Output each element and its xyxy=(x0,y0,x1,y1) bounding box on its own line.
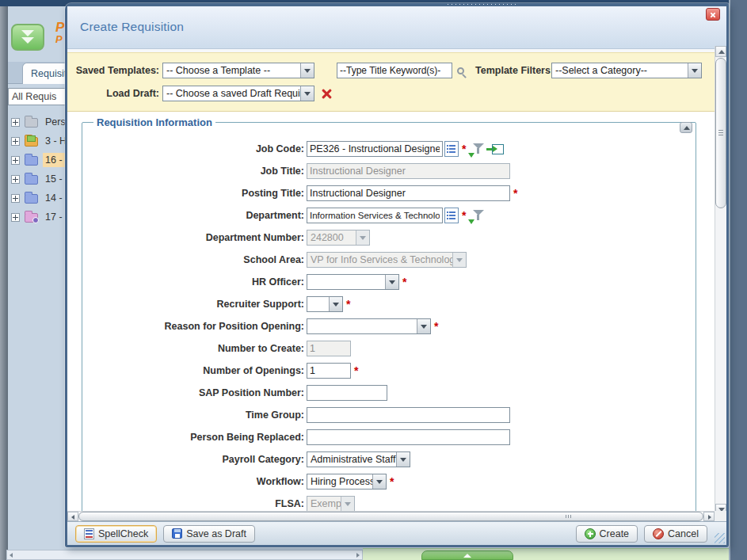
template-filters-select[interactable]: --Select a Category-- xyxy=(551,63,702,78)
requisition-information-section: Requisition Information Job Code: * Job … xyxy=(82,116,696,511)
posting-title-input[interactable] xyxy=(307,185,510,201)
chevron-down-icon[interactable] xyxy=(300,86,314,101)
chevron-down-icon[interactable] xyxy=(300,63,314,78)
number-to-create-input xyxy=(307,341,351,356)
background-left-edge xyxy=(0,6,8,560)
form-horizontal-scrollbar[interactable] xyxy=(67,511,715,521)
field-row: Workflow: Hiring Process * xyxy=(90,474,688,490)
lookup-list-icon[interactable] xyxy=(444,208,459,223)
horizontal-scroll-thumb[interactable] xyxy=(78,512,703,521)
field-row: FLSA: Exempt xyxy=(90,496,688,511)
background-horizontal-scrollbar[interactable] xyxy=(6,550,363,560)
required-marker: * xyxy=(354,365,358,376)
lookup-list-icon[interactable] xyxy=(444,141,459,157)
resize-handle[interactable] xyxy=(715,533,725,543)
dialog-vertical-scrollbar[interactable] xyxy=(715,46,726,515)
required-marker: * xyxy=(462,210,466,221)
expand-plus-icon[interactable] xyxy=(11,156,20,165)
chevron-down-icon xyxy=(356,230,369,245)
expand-plus-icon[interactable] xyxy=(11,194,20,203)
expand-plus-icon[interactable] xyxy=(11,118,20,127)
job-code-input[interactable] xyxy=(307,141,443,157)
field-row: Payroll Category: Administrative Staff xyxy=(90,451,688,467)
chevron-down-icon[interactable] xyxy=(417,319,430,333)
form-scroll-area: Requisition Information Job Code: * Job … xyxy=(67,112,715,511)
expand-bottom-panel-handle[interactable] xyxy=(421,550,513,560)
payroll-category-select[interactable]: Administrative Staff xyxy=(307,451,410,467)
app-logo: P P xyxy=(55,21,64,44)
requisition-filter-select[interactable]: All Requis xyxy=(8,88,71,105)
collapse-section-icon[interactable] xyxy=(680,122,692,133)
scrollbar-corner xyxy=(715,511,726,521)
reason-for-opening-select[interactable] xyxy=(307,318,431,334)
chevron-down-icon[interactable] xyxy=(372,474,386,489)
field-row: Time Group: xyxy=(90,407,688,423)
saved-templates-label: Saved Templates: xyxy=(67,65,162,76)
field-row: Reason for Position Opening: * xyxy=(90,318,688,334)
close-icon[interactable] xyxy=(706,8,720,21)
title-keyword-input[interactable] xyxy=(337,63,452,78)
create-requisition-dialog: Create Requisition Saved Templates: -- C… xyxy=(65,3,729,547)
folder-icon xyxy=(25,156,38,166)
spellcheck-icon xyxy=(84,528,94,539)
load-draft-label: Load Draft: xyxy=(67,88,162,99)
department-number-select: 242800 xyxy=(307,230,370,246)
sap-position-number-input[interactable] xyxy=(307,385,387,401)
recruiter-support-select[interactable] xyxy=(307,296,343,312)
create-button[interactable]: Create xyxy=(576,525,638,543)
number-of-openings-input[interactable] xyxy=(307,363,351,379)
department-input[interactable] xyxy=(307,208,443,223)
field-row: School Area: VP for Info Services & Tech… xyxy=(90,252,688,268)
field-row: Number to Create: xyxy=(90,341,688,356)
required-marker: * xyxy=(402,276,406,288)
filter-funnel-icon[interactable] xyxy=(471,209,485,223)
template-filters-label: Template Filters: xyxy=(475,65,551,76)
scroll-up-icon[interactable] xyxy=(715,46,726,57)
saved-templates-select[interactable]: -- Choose a Template -- xyxy=(162,63,314,78)
expand-plus-icon[interactable] xyxy=(11,213,20,222)
time-group-input[interactable] xyxy=(307,407,510,423)
vertical-scroll-thumb[interactable] xyxy=(715,58,726,208)
tab-requisitions[interactable]: Requisiti xyxy=(22,63,71,84)
cancel-button[interactable]: Cancel xyxy=(644,525,707,543)
tree-item[interactable]: 17 - xyxy=(11,209,71,225)
filter-funnel-icon[interactable] xyxy=(471,143,485,156)
field-row: Posting Title: * xyxy=(90,185,688,201)
clear-draft-icon[interactable] xyxy=(321,88,333,100)
folder-icon xyxy=(25,213,38,223)
search-icon[interactable] xyxy=(457,67,464,74)
required-marker: * xyxy=(462,143,466,154)
school-area-select: VP for Info Services & Technology xyxy=(307,252,467,268)
person-being-replaced-input[interactable] xyxy=(307,429,510,445)
green-down-arrow-icon xyxy=(468,219,474,224)
chevron-down-icon[interactable] xyxy=(688,63,701,78)
scroll-left-icon[interactable] xyxy=(67,512,78,521)
chevron-down-icon[interactable] xyxy=(385,275,398,289)
tree-item[interactable]: 3 - H xyxy=(11,133,71,149)
dialog-footer: SpellCheck Save as Draft Create Cancel xyxy=(67,521,726,545)
expand-plus-icon[interactable] xyxy=(11,137,20,146)
transfer-arrow-icon[interactable] xyxy=(492,144,504,154)
folder-icon xyxy=(25,194,38,204)
load-draft-select[interactable]: -- Choose a saved Draft Requisi xyxy=(162,86,314,101)
hr-officer-select[interactable] xyxy=(307,274,399,290)
save-as-draft-button[interactable]: Save as Draft xyxy=(163,525,255,543)
required-marker: * xyxy=(390,476,394,487)
cancel-icon xyxy=(653,528,664,539)
field-row: SAP Position Number: xyxy=(90,385,688,401)
tree-item[interactable]: Perso xyxy=(11,114,71,130)
required-marker: * xyxy=(513,188,517,199)
required-marker: * xyxy=(346,299,350,310)
tree-item[interactable]: 15 - xyxy=(11,171,71,187)
chevron-down-icon[interactable] xyxy=(396,452,410,467)
scroll-right-icon[interactable] xyxy=(703,512,715,521)
spellcheck-button[interactable]: SpellCheck xyxy=(75,525,157,543)
chevron-down-icon[interactable] xyxy=(329,297,342,311)
expand-plus-icon[interactable] xyxy=(11,175,20,184)
workflow-select[interactable]: Hiring Process xyxy=(307,474,387,490)
collapse-panel-button[interactable] xyxy=(11,24,44,51)
chevron-down-icon xyxy=(452,253,466,267)
bottom-panel xyxy=(363,548,729,560)
tree-item-selected[interactable]: 16 - xyxy=(11,152,71,168)
tree-item[interactable]: 14 - xyxy=(11,190,71,206)
